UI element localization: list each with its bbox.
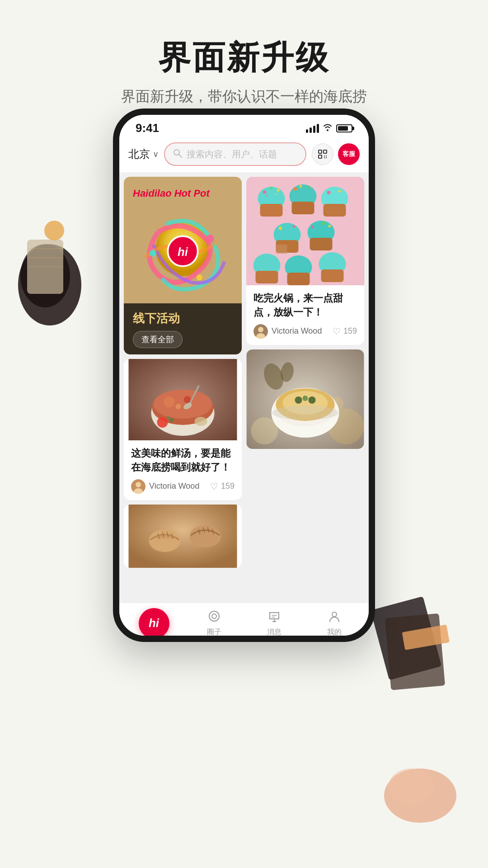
scan-button[interactable] <box>312 143 333 165</box>
svg-point-59 <box>270 187 273 189</box>
heart-icon: ♡ <box>210 481 218 492</box>
search-icon <box>173 149 182 160</box>
svg-point-58 <box>277 189 280 192</box>
cupcakes-card-meta: Victoria Wood ♡ 159 <box>253 324 357 339</box>
svg-point-80 <box>328 225 331 227</box>
svg-point-109 <box>332 612 337 617</box>
svg-rect-56 <box>260 204 283 217</box>
svg-point-104 <box>272 406 339 420</box>
promo-title: 线下活动 <box>133 311 233 326</box>
search-placeholder: 搜索内容、用户、话题 <box>187 148 277 160</box>
soup-like-count: 159 <box>221 481 235 491</box>
soup-card[interactable]: 这美味的鲜汤，要是能在海底捞喝到就好了！ Victoria Wood <box>124 359 242 500</box>
soup-card-meta: Victoria Wood ♡ 159 <box>131 479 235 494</box>
location-button[interactable]: 北京 ∨ <box>128 147 159 161</box>
svg-rect-7 <box>371 596 441 680</box>
svg-point-23 <box>150 250 156 257</box>
svg-point-39 <box>167 416 170 420</box>
page-title: 界面新升级 <box>0 36 488 80</box>
promo-event-card[interactable]: Haidilao Hot Pot <box>124 177 242 354</box>
cupcakes-card[interactable]: 吃完火锅，来一点甜点，放纵一下！ Victoria Wood <box>246 177 364 345</box>
cream-soup-card[interactable] <box>246 349 364 449</box>
svg-point-31 <box>164 396 175 407</box>
messages-tab-label: 消息 <box>267 627 282 637</box>
view-all-button[interactable]: 查看全部 <box>133 331 183 348</box>
status-icons <box>306 123 352 133</box>
dropdown-arrow-icon: ∨ <box>153 149 159 159</box>
cupcakes-card-title: 吃完火锅，来一点甜点，放纵一下！ <box>253 292 357 320</box>
soup-card-body: 这美味的鲜汤，要是能在海底捞喝到就好了！ Victoria Wood <box>124 440 242 500</box>
svg-rect-68 <box>324 204 346 217</box>
svg-point-69 <box>327 191 331 194</box>
dumpling-card[interactable] <box>124 505 242 568</box>
soup-card-title: 这美味的鲜汤，要是能在海底捞喝到就好了！ <box>131 447 235 475</box>
masonry-grid: Haidilao Hot Pot <box>119 172 369 572</box>
battery-icon <box>336 124 352 132</box>
svg-point-105 <box>209 611 219 621</box>
svg-rect-77 <box>310 238 333 250</box>
svg-rect-18 <box>326 156 327 156</box>
svg-line-13 <box>179 155 182 157</box>
svg-point-70 <box>338 190 341 193</box>
promo-bottom-section: 线下活动 查看全部 <box>124 303 242 354</box>
bottom-navigation: hi 圈子 <box>119 603 369 642</box>
svg-point-103 <box>309 396 316 404</box>
svg-point-61 <box>275 193 277 195</box>
content-area: Haidilao Hot Pot <box>119 172 369 603</box>
svg-point-24 <box>197 274 202 280</box>
svg-point-36 <box>157 417 168 428</box>
svg-rect-75 <box>276 245 287 254</box>
search-bar[interactable]: 搜索内容、用户、话题 <box>164 142 306 166</box>
top-navigation: 北京 ∨ 搜索内容、用户、话题 <box>119 139 369 172</box>
cupcakes-author-name: Victoria Wood <box>272 326 329 336</box>
svg-rect-20 <box>326 157 327 158</box>
signal-icon <box>306 124 319 133</box>
circle-tab-label: 圈子 <box>207 627 221 637</box>
svg-point-64 <box>294 187 297 191</box>
phone-mockup: 9:41 <box>113 108 375 642</box>
svg-rect-19 <box>324 157 325 158</box>
status-bar: 9:41 <box>119 115 369 139</box>
home-tab[interactable]: hi <box>124 608 184 639</box>
svg-point-49 <box>190 525 221 547</box>
messages-tab-icon <box>268 610 281 626</box>
cupcakes-card-body: 吃完火锅，来一点甜点，放纵一下！ Victoria Wood <box>246 285 364 345</box>
profile-tab[interactable]: 我的 <box>304 610 364 637</box>
wifi-icon <box>323 123 333 133</box>
svg-rect-17 <box>324 156 325 156</box>
svg-point-1 <box>20 244 70 307</box>
svg-rect-16 <box>319 155 322 158</box>
profile-tab-label: 我的 <box>327 627 342 637</box>
svg-point-44 <box>149 529 181 552</box>
svg-point-10 <box>384 769 456 823</box>
status-time: 9:41 <box>136 121 159 135</box>
soup-author-name: Victoria Wood <box>149 481 206 491</box>
circle-tab[interactable]: 圈子 <box>184 610 244 637</box>
service-label: 客服 <box>343 150 355 158</box>
svg-point-65 <box>308 186 310 189</box>
svg-rect-86 <box>321 269 344 282</box>
svg-rect-84 <box>287 273 310 285</box>
cupcakes-like-section[interactable]: ♡ 159 <box>333 326 357 337</box>
svg-point-66 <box>300 185 302 188</box>
svg-point-57 <box>263 190 267 194</box>
svg-rect-2 <box>27 240 63 294</box>
svg-point-11 <box>389 769 434 805</box>
svg-point-73 <box>279 226 282 230</box>
svg-point-30 <box>154 390 212 419</box>
page-subtitle: 界面新升级，带你认识不一样的海底捞 <box>0 87 488 107</box>
home-button[interactable]: hi <box>139 608 169 639</box>
soup-like-section[interactable]: ♡ 159 <box>210 481 235 492</box>
svg-rect-8 <box>385 613 445 690</box>
svg-rect-82 <box>256 271 278 283</box>
cupcakes-author-avatar <box>253 324 268 339</box>
messages-tab[interactable]: 消息 <box>244 610 304 637</box>
nav-action-icons: 客服 <box>312 143 360 165</box>
svg-point-60 <box>266 195 268 197</box>
svg-point-0 <box>18 244 81 326</box>
svg-point-74 <box>293 225 296 228</box>
service-button[interactable]: 客服 <box>338 143 360 165</box>
location-label: 北京 <box>128 147 150 161</box>
svg-point-79 <box>322 222 325 225</box>
svg-point-102 <box>303 396 308 401</box>
